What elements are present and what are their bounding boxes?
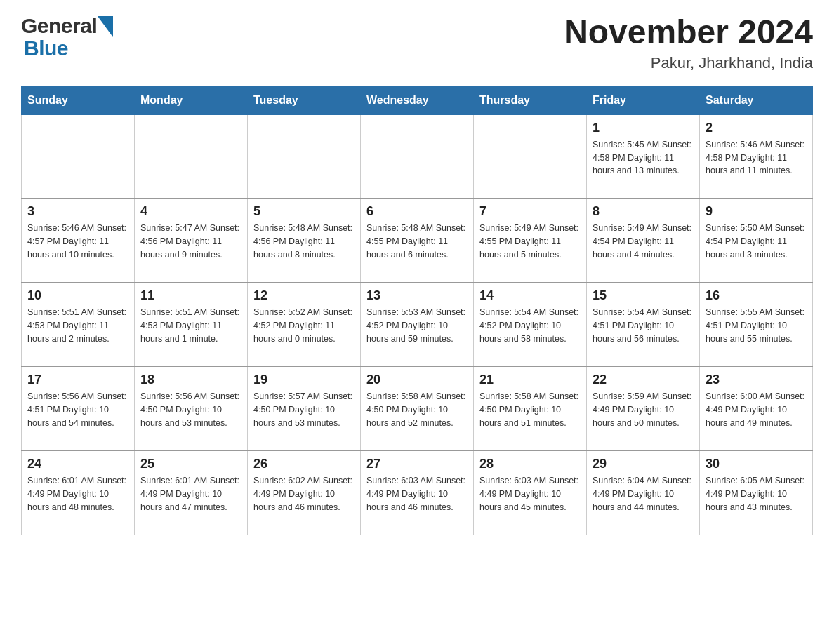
calendar-header-friday: Friday [587,86,700,114]
calendar-cell: 21Sunrise: 5:58 AM Sunset: 4:50 PM Dayli… [474,367,587,451]
day-number: 8 [593,204,694,219]
calendar-header-saturday: Saturday [700,86,813,114]
logo-triangle-icon [98,16,113,37]
month-title: November 2024 [564,14,813,51]
calendar-cell: 8Sunrise: 5:49 AM Sunset: 4:54 PM Daylig… [587,199,700,283]
day-number: 3 [27,204,128,219]
calendar-cell [361,114,474,199]
day-number: 29 [593,457,694,471]
day-number: 5 [253,204,355,219]
logo-general-text: General [21,14,97,38]
day-number: 27 [366,457,468,471]
calendar-cell: 7Sunrise: 5:49 AM Sunset: 4:55 PM Daylig… [474,199,587,283]
day-info: Sunrise: 5:59 AM Sunset: 4:49 PM Dayligh… [593,390,694,429]
day-info: Sunrise: 5:56 AM Sunset: 4:50 PM Dayligh… [140,390,241,429]
title-area: November 2024 Pakur, Jharkhand, India [564,14,813,72]
calendar-cell: 22Sunrise: 5:59 AM Sunset: 4:49 PM Dayli… [587,367,700,451]
day-info: Sunrise: 5:56 AM Sunset: 4:51 PM Dayligh… [27,390,128,429]
calendar-cell: 26Sunrise: 6:02 AM Sunset: 4:49 PM Dayli… [248,451,361,535]
day-number: 1 [593,121,694,135]
day-number: 15 [593,288,694,303]
day-number: 9 [706,204,807,219]
day-info: Sunrise: 6:00 AM Sunset: 4:49 PM Dayligh… [706,390,807,429]
calendar-cell: 19Sunrise: 5:57 AM Sunset: 4:50 PM Dayli… [248,367,361,451]
day-number: 24 [27,457,128,471]
day-info: Sunrise: 5:54 AM Sunset: 4:51 PM Dayligh… [593,306,694,345]
day-number: 30 [706,457,807,471]
logo-blue-text: Blue [24,36,68,60]
day-info: Sunrise: 6:03 AM Sunset: 4:49 PM Dayligh… [479,474,581,514]
calendar-cell: 6Sunrise: 5:48 AM Sunset: 4:55 PM Daylig… [361,199,474,283]
calendar-cell: 10Sunrise: 5:51 AM Sunset: 4:53 PM Dayli… [22,283,135,367]
day-info: Sunrise: 5:46 AM Sunset: 4:57 PM Dayligh… [27,222,128,261]
calendar-cell: 27Sunrise: 6:03 AM Sunset: 4:49 PM Dayli… [361,451,474,535]
calendar-week-5: 24Sunrise: 6:01 AM Sunset: 4:49 PM Dayli… [22,451,813,535]
calendar-cell: 17Sunrise: 5:56 AM Sunset: 4:51 PM Dayli… [22,367,135,451]
day-number: 10 [27,288,128,303]
day-info: Sunrise: 5:58 AM Sunset: 4:50 PM Dayligh… [366,390,468,429]
day-info: Sunrise: 5:49 AM Sunset: 4:55 PM Dayligh… [479,222,581,261]
day-info: Sunrise: 5:52 AM Sunset: 4:52 PM Dayligh… [253,306,355,345]
day-info: Sunrise: 5:47 AM Sunset: 4:56 PM Dayligh… [140,222,241,261]
day-info: Sunrise: 5:53 AM Sunset: 4:52 PM Dayligh… [366,306,468,345]
day-number: 20 [366,373,468,387]
day-number: 4 [140,204,241,219]
day-number: 26 [253,457,355,471]
day-number: 12 [253,288,355,303]
day-info: Sunrise: 5:45 AM Sunset: 4:58 PM Dayligh… [593,138,694,177]
calendar-cell: 2Sunrise: 5:46 AM Sunset: 4:58 PM Daylig… [700,114,813,199]
day-info: Sunrise: 5:50 AM Sunset: 4:54 PM Dayligh… [706,222,807,261]
day-info: Sunrise: 5:54 AM Sunset: 4:52 PM Dayligh… [479,306,581,345]
calendar-cell: 5Sunrise: 5:48 AM Sunset: 4:56 PM Daylig… [248,199,361,283]
calendar-cell: 30Sunrise: 6:05 AM Sunset: 4:49 PM Dayli… [700,451,813,535]
logo: General Blue [21,14,113,60]
calendar-header-tuesday: Tuesday [248,86,361,114]
calendar-cell: 12Sunrise: 5:52 AM Sunset: 4:52 PM Dayli… [248,283,361,367]
calendar-cell: 24Sunrise: 6:01 AM Sunset: 4:49 PM Dayli… [22,451,135,535]
calendar-table: SundayMondayTuesdayWednesdayThursdayFrid… [21,86,813,536]
day-number: 16 [706,288,807,303]
day-info: Sunrise: 6:05 AM Sunset: 4:49 PM Dayligh… [706,474,807,514]
day-info: Sunrise: 6:04 AM Sunset: 4:49 PM Dayligh… [593,474,694,514]
day-number: 22 [593,373,694,387]
day-number: 7 [479,204,581,219]
calendar-cell: 14Sunrise: 5:54 AM Sunset: 4:52 PM Dayli… [474,283,587,367]
calendar-header-sunday: Sunday [22,86,135,114]
day-info: Sunrise: 5:58 AM Sunset: 4:50 PM Dayligh… [479,390,581,429]
calendar-week-1: 1Sunrise: 5:45 AM Sunset: 4:58 PM Daylig… [22,114,813,199]
svg-marker-0 [98,16,113,37]
day-info: Sunrise: 6:02 AM Sunset: 4:49 PM Dayligh… [253,474,355,514]
calendar-cell: 11Sunrise: 5:51 AM Sunset: 4:53 PM Dayli… [135,283,248,367]
day-info: Sunrise: 6:03 AM Sunset: 4:49 PM Dayligh… [366,474,468,514]
day-number: 11 [140,288,241,303]
day-number: 17 [27,373,128,387]
calendar-header-thursday: Thursday [474,86,587,114]
calendar-cell: 4Sunrise: 5:47 AM Sunset: 4:56 PM Daylig… [135,199,248,283]
day-info: Sunrise: 5:51 AM Sunset: 4:53 PM Dayligh… [140,306,241,345]
calendar-header-row: SundayMondayTuesdayWednesdayThursdayFrid… [22,86,813,114]
calendar-cell [135,114,248,199]
calendar-cell: 23Sunrise: 6:00 AM Sunset: 4:49 PM Dayli… [700,367,813,451]
location-text: Pakur, Jharkhand, India [564,54,813,72]
day-info: Sunrise: 5:55 AM Sunset: 4:51 PM Dayligh… [706,306,807,345]
calendar-header-monday: Monday [135,86,248,114]
calendar-week-3: 10Sunrise: 5:51 AM Sunset: 4:53 PM Dayli… [22,283,813,367]
calendar-cell: 20Sunrise: 5:58 AM Sunset: 4:50 PM Dayli… [361,367,474,451]
calendar-cell: 13Sunrise: 5:53 AM Sunset: 4:52 PM Dayli… [361,283,474,367]
calendar-cell: 3Sunrise: 5:46 AM Sunset: 4:57 PM Daylig… [22,199,135,283]
day-number: 2 [706,121,807,135]
calendar-cell [22,114,135,199]
day-number: 21 [479,373,581,387]
calendar-cell: 16Sunrise: 5:55 AM Sunset: 4:51 PM Dayli… [700,283,813,367]
day-info: Sunrise: 6:01 AM Sunset: 4:49 PM Dayligh… [27,474,128,514]
day-number: 19 [253,373,355,387]
day-number: 6 [366,204,468,219]
day-info: Sunrise: 6:01 AM Sunset: 4:49 PM Dayligh… [140,474,241,514]
calendar-cell: 9Sunrise: 5:50 AM Sunset: 4:54 PM Daylig… [700,199,813,283]
calendar-cell: 28Sunrise: 6:03 AM Sunset: 4:49 PM Dayli… [474,451,587,535]
page-header: General Blue November 2024 Pakur, Jharkh… [21,14,813,72]
day-number: 14 [479,288,581,303]
calendar-cell: 29Sunrise: 6:04 AM Sunset: 4:49 PM Dayli… [587,451,700,535]
calendar-cell: 18Sunrise: 5:56 AM Sunset: 4:50 PM Dayli… [135,367,248,451]
day-info: Sunrise: 5:48 AM Sunset: 4:55 PM Dayligh… [366,222,468,261]
